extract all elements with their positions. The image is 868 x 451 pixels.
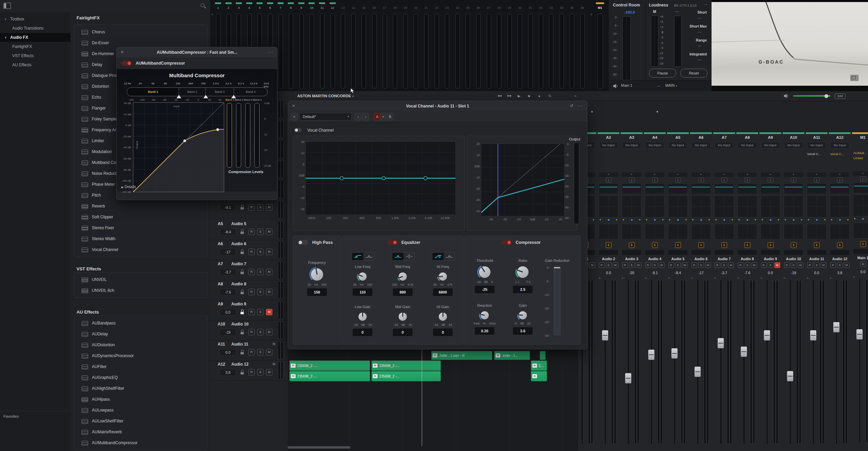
strip-bus-badge[interactable]: 1: [814, 242, 820, 248]
knob-control[interactable]: [397, 311, 408, 322]
track-row-a10[interactable]: A10Audio 10-19RSM: [210, 320, 288, 340]
dim-button[interactable]: DIM: [835, 94, 846, 99]
track-row-a11[interactable]: A11Audio 11fx0.0RSM: [210, 340, 288, 361]
fader-handle[interactable]: [741, 347, 747, 357]
strip-automation-bar[interactable]: [668, 250, 687, 255]
strip-eq-curve[interactable]: [761, 183, 780, 194]
knob-value[interactable]: 3.6: [513, 327, 533, 335]
strip-automation-bar[interactable]: [830, 250, 849, 255]
strip-mute-button[interactable]: M: [860, 261, 866, 267]
strip-eq-curve[interactable]: [853, 182, 868, 193]
strip-mute-button[interactable]: M: [844, 262, 850, 268]
strip-record-arm-button[interactable]: R: [761, 262, 767, 268]
strip-pan-display-2[interactable]: [761, 224, 780, 239]
strip-effects-slot[interactable]: [782, 151, 805, 172]
sidebar-item-toolbox[interactable]: ∨Toolbox: [0, 15, 70, 23]
track-mute-button[interactable]: M: [266, 309, 272, 315]
strip-input-select[interactable]: No Input: [622, 142, 641, 149]
strip-mute-button[interactable]: M: [774, 262, 780, 268]
strip-effect-label[interactable]: Vocal C...: [828, 151, 851, 156]
effect-item-aumultibandcompressor[interactable]: AUMultibandCompressor: [74, 437, 207, 448]
strip-pan-display-2[interactable]: [668, 224, 688, 239]
strip-effect-label[interactable]: Vocal C...: [805, 151, 828, 156]
fader-handle[interactable]: [648, 350, 654, 360]
transport-stop-icon[interactable]: ■: [528, 91, 530, 101]
strip-bus-badge[interactable]: 1: [745, 242, 750, 248]
strip-insert-button[interactable]: |: [768, 178, 773, 183]
strip-record-arm-button[interactable]: R: [668, 262, 674, 268]
strip-add-effect-button[interactable]: +: [599, 172, 618, 177]
track-mute-button[interactable]: M: [266, 349, 272, 355]
strip-bus-badge[interactable]: 1: [860, 241, 866, 247]
strip-automation-bar[interactable]: [715, 250, 734, 255]
strip-insert-button[interactable]: |: [837, 178, 843, 183]
ab-compare-a-button[interactable]: A: [374, 113, 381, 120]
strip-automation-bar[interactable]: [853, 249, 868, 254]
knob-control[interactable]: [479, 310, 490, 321]
strip-solo-button[interactable]: S: [675, 262, 681, 268]
knob-value[interactable]: 6800: [433, 288, 453, 296]
track-mute-button[interactable]: M: [266, 329, 272, 335]
strip-pan-display[interactable]: [761, 196, 780, 217]
mixer-strip-a7[interactable]: A7No Input+|1Audio 7RSM-3.70 -: [713, 132, 736, 451]
lock-icon[interactable]: [240, 370, 244, 374]
strip-effects-slot[interactable]: [620, 151, 643, 172]
strip-pan-display[interactable]: [599, 196, 618, 217]
strip-insert-button[interactable]: |: [814, 178, 820, 183]
strip-mute-button[interactable]: M: [728, 262, 734, 268]
strip-automation-bar[interactable]: [807, 250, 826, 255]
strip-fader[interactable]: 0 -: [782, 276, 805, 446]
strip-mute-button[interactable]: M: [682, 262, 688, 268]
timeline-clip[interactable]: fx: [531, 371, 547, 381]
lock-icon[interactable]: [240, 229, 244, 234]
strip-record-arm-button[interactable]: R: [622, 262, 628, 268]
track-solo-button[interactable]: S: [257, 349, 264, 355]
strip-input-select[interactable]: No Input: [599, 142, 618, 149]
strip-add-effect-button[interactable]: +: [622, 172, 641, 177]
strip-input-select[interactable]: No Input: [645, 142, 664, 149]
strip-automation-bar[interactable]: [738, 250, 757, 255]
track-record-arm-button[interactable]: R: [248, 269, 255, 275]
timeline-clip[interactable]: fx235698_2 -...: [289, 361, 370, 371]
vocal-bypass-toggle[interactable]: [294, 128, 302, 132]
timeline-clip[interactable]: fx235698_2 -...: [371, 361, 441, 371]
strip-input-select[interactable]: No Input: [668, 142, 687, 149]
effect-item-audistortion[interactable]: AUDistortion: [74, 339, 207, 350]
strip-record-arm-button[interactable]: R: [599, 262, 605, 268]
strip-automation-bar[interactable]: [761, 250, 780, 255]
strip-pan-display[interactable]: [645, 196, 665, 217]
knob-value[interactable]: 0: [353, 329, 372, 336]
strip-fader[interactable]: 0 -: [759, 276, 782, 446]
track-record-arm-button[interactable]: R: [248, 329, 255, 335]
strip-solo-button[interactable]: S: [606, 262, 612, 268]
strip-insert-button[interactable]: |: [860, 177, 866, 182]
strip-pan-display-2[interactable]: [599, 224, 618, 239]
track-row-a8[interactable]: A8Audio 8-7.6RSM: [210, 280, 288, 300]
sidebar-item-audio-fx[interactable]: ∨Audio FX: [0, 33, 70, 42]
sidebar-item-au-effects[interactable]: AU Effects: [0, 61, 70, 69]
knob-value[interactable]: 0.20: [475, 327, 495, 335]
strip-automation-bar[interactable]: [784, 250, 803, 255]
track-gain-value[interactable]: -9.1: [220, 204, 236, 211]
track-gain-value[interactable]: 0.0: [220, 349, 236, 356]
monitor-volume-slider[interactable]: [793, 95, 831, 97]
knob-control[interactable]: [309, 267, 325, 282]
pause-button[interactable]: Pause: [649, 69, 676, 78]
strip-input-select[interactable]: No Input: [715, 142, 734, 149]
strip-eq-curve[interactable]: [737, 183, 757, 194]
strip-pan-display-2[interactable]: [830, 224, 850, 239]
strip-input-select[interactable]: No Input: [807, 142, 826, 149]
track-solo-button[interactable]: S: [257, 329, 264, 335]
strip-mute-button[interactable]: M: [798, 262, 803, 268]
strip-record-arm-button[interactable]: R: [830, 262, 836, 268]
lock-icon[interactable]: [240, 310, 244, 314]
strip-add-effect-button[interactable]: +: [853, 171, 868, 176]
strip-input-select[interactable]: No Input: [784, 142, 803, 149]
strip-add-effect-button[interactable]: +: [784, 172, 803, 177]
strip-fader[interactable]: 0 -: [851, 275, 868, 445]
track-gain-value[interactable]: -8.4: [220, 229, 236, 235]
strip-eq-curve[interactable]: [645, 183, 665, 194]
strip-pan-display-2[interactable]: [784, 224, 803, 239]
playhead[interactable]: [422, 348, 422, 446]
strip-pan-display[interactable]: [668, 196, 688, 217]
